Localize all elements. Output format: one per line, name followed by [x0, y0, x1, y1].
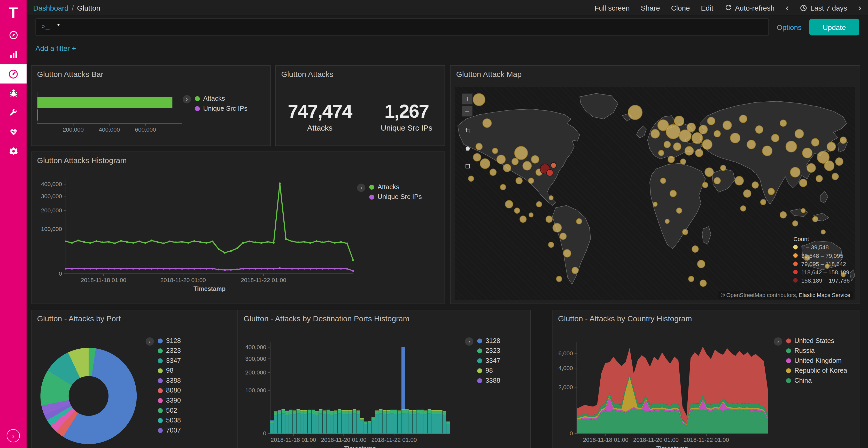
menu-item-clone[interactable]: Clone [671, 4, 690, 12]
svg-text:2,000: 2,000 [559, 384, 573, 390]
zoom-in-button[interactable]: + [462, 94, 473, 105]
legend-item-98[interactable]: 98 [158, 367, 181, 374]
svg-text:300,000: 300,000 [41, 193, 62, 200]
legend-toggle-icon[interactable]: › [146, 337, 154, 346]
legend-item-china[interactable]: China [786, 377, 847, 384]
menu-item-full-screen[interactable]: Full screen [594, 4, 629, 12]
legend-item-united-kingdom[interactable]: United Kingdom [786, 357, 847, 365]
legend-item-3388[interactable]: 3388 [158, 377, 181, 384]
time-range-picker[interactable]: Last 7 days [800, 4, 847, 12]
update-button[interactable]: Update [809, 19, 859, 35]
legend-label: 3388 [166, 377, 181, 384]
svg-text:Timestamp: Timestamp [193, 285, 225, 292]
legend: ›3128232333479833888080339050250387007 [146, 337, 181, 434]
legend-label: 502 [166, 407, 177, 414]
legend-toggle-icon[interactable]: › [183, 95, 191, 103]
svg-text:2018-11-18 01:00: 2018-11-18 01:00 [583, 437, 628, 443]
sidebar-expand-button[interactable]: › [7, 429, 20, 442]
panel-country-histogram: Glutton - Attacks by Country Histogram 0… [552, 310, 860, 448]
legend-item-attacks[interactable]: Attacks [195, 95, 247, 102]
attacks-line-chart: 0100,000200,000300,000400,0002018-11-18 … [34, 167, 361, 303]
legend-label: 3128 [486, 337, 500, 345]
rectangle-select-button[interactable] [462, 160, 474, 172]
query-input-container[interactable]: >_ [35, 18, 769, 36]
svg-text:2018-11-20 01:00: 2018-11-20 01:00 [160, 277, 206, 283]
topnav-menu: Full screenShareCloneEdit Auto-refresh ‹… [594, 3, 861, 12]
legend-item-7007[interactable]: 7007 [158, 426, 181, 434]
osm-attribution[interactable]: © OpenStreetMap contributors, [721, 292, 798, 298]
legend-item-3388[interactable]: 3388 [477, 377, 500, 384]
query-input[interactable] [55, 22, 763, 32]
sidebar-item-gear[interactable] [0, 142, 27, 161]
legend-label: Russia [795, 347, 815, 354]
legend-item-8080[interactable]: 8080 [158, 387, 181, 394]
legend-item-republic-of-korea[interactable]: Republic of Korea [786, 367, 847, 374]
menu-item-edit[interactable]: Edit [701, 4, 713, 12]
map-legend-title: Count [794, 236, 850, 242]
query-options-link[interactable]: Options [777, 23, 802, 31]
panel-title: Glutton Attacks Histogram [32, 152, 444, 167]
ems-attribution[interactable]: Elastic Maps Service [799, 292, 850, 298]
fit-data-bounds-button[interactable] [462, 125, 474, 137]
legend-items: AttacksUnique Src IPs [195, 95, 247, 112]
legend-item-2323[interactable]: 2323 [477, 347, 500, 354]
legend-items: United StatesRussiaUnited KingdomRepubli… [786, 337, 847, 384]
map-legend-row: 1 – 39,548 [794, 244, 850, 250]
legend-item-2323[interactable]: 2323 [158, 347, 181, 354]
legend-toggle-icon[interactable]: › [357, 183, 365, 192]
port-donut-chart[interactable] [40, 348, 137, 444]
sidebar-item-heartbeat[interactable] [0, 122, 27, 142]
panel-attacks-histogram: Glutton Attacks Histogram 0100,000200,00… [31, 151, 445, 304]
legend-toggle-icon[interactable]: › [774, 337, 782, 346]
legend-color-dot [786, 338, 791, 343]
legend-color-dot [477, 368, 482, 373]
menu-item-share[interactable]: Share [641, 4, 660, 12]
main-area: Dashboard / Glutton Full screenShareClon… [27, 0, 868, 448]
legend-item-502[interactable]: 502 [158, 407, 181, 414]
sidebar-item-dashboard[interactable] [0, 64, 27, 83]
add-filter-link[interactable]: Add a filter + [35, 44, 76, 52]
svg-text:2018-11-20 01:00: 2018-11-20 01:00 [633, 437, 679, 443]
legend-color-dot [786, 348, 791, 353]
legend-label: China [795, 377, 812, 384]
time-forward-button[interactable]: › [858, 3, 861, 12]
legend-color-dot [158, 358, 163, 363]
legend-item-3347[interactable]: 3347 [477, 357, 500, 365]
legend-item-3347[interactable]: 3347 [158, 357, 181, 365]
legend-item-unique-src-ips[interactable]: Unique Src IPs [369, 193, 422, 201]
legend-item-united-states[interactable]: United States [786, 337, 847, 345]
legend-item-3390[interactable]: 3390 [158, 397, 181, 404]
legend-color-dot [158, 378, 163, 383]
breadcrumb-dashboard-link[interactable]: Dashboard [33, 4, 68, 12]
sidebar-item-bar-chart[interactable] [0, 45, 27, 64]
legend-toggle-icon[interactable]: › [465, 337, 473, 346]
legend-label: Attacks [203, 95, 225, 102]
sidebar-item-compass[interactable] [0, 26, 27, 45]
panel-attacks-by-port: Glutton - Attacks by Port ›3128232333479… [31, 310, 238, 448]
legend-item-russia[interactable]: Russia [786, 347, 847, 354]
legend-item-unique-src-ips[interactable]: Unique Src IPs [195, 105, 247, 112]
map-attribution: © OpenStreetMap contributors, Elastic Ma… [718, 291, 853, 299]
metric-label: Unique Src IPs [381, 123, 432, 132]
world-map[interactable]: + − [455, 87, 855, 300]
auto-refresh-label: Auto-refresh [735, 4, 774, 12]
add-filter-label: Add a filter [35, 44, 72, 52]
legend-item-3128[interactable]: 3128 [477, 337, 500, 345]
sidebar-item-bug[interactable] [0, 83, 27, 103]
panel-title: Glutton - Attacks by Port [32, 310, 237, 325]
telekom-logo: T [0, 0, 27, 26]
legend-label: 3347 [166, 357, 181, 365]
map-legend-dot [794, 262, 798, 266]
time-back-button[interactable]: ‹ [785, 3, 789, 12]
wrench-icon [9, 108, 18, 117]
auto-refresh-button[interactable]: Auto-refresh [724, 4, 774, 12]
legend-item-98[interactable]: 98 [477, 367, 500, 374]
polygon-select-button[interactable] [462, 142, 474, 154]
sidebar-item-wrench[interactable] [0, 103, 27, 122]
legend-item-5038[interactable]: 5038 [158, 416, 181, 424]
legend-item-3128[interactable]: 3128 [158, 337, 181, 345]
zoom-out-button[interactable]: − [462, 106, 473, 117]
legend-label: Republic of Korea [795, 367, 847, 374]
legend-item-attacks[interactable]: Attacks [369, 183, 422, 191]
legend-label: Unique Src IPs [377, 193, 422, 201]
